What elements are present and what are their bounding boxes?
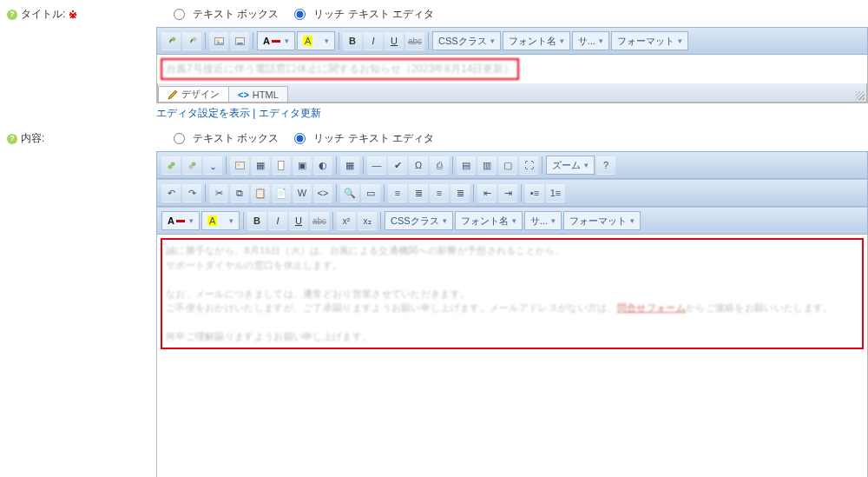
title-tab-html[interactable]: <> HTML bbox=[228, 86, 288, 102]
content-radio-rich[interactable] bbox=[294, 133, 306, 144]
content-toolbar-2: ↶ ↷ ✂ ⧉ 📋 📄 W <> 🔍 ▭ ≡ ≣ ≡ ≣ ⇤ ⇥ •≡ 1≡ bbox=[156, 179, 868, 207]
unlink-icon[interactable] bbox=[182, 31, 201, 50]
svg-rect-12 bbox=[278, 161, 284, 169]
snippet-icon[interactable]: ▥ bbox=[477, 156, 496, 175]
title-tab-design[interactable]: デザイン bbox=[158, 86, 229, 102]
font-name-dropdown[interactable]: フォント名▾ bbox=[455, 211, 523, 230]
content-label: 内容: bbox=[21, 131, 44, 146]
bg-color-dropdown[interactable]: A▾ bbox=[201, 211, 240, 230]
unlink-icon[interactable] bbox=[182, 156, 201, 175]
paste-icon[interactable]: 📋 bbox=[251, 183, 270, 202]
font-size-dropdown[interactable]: サ...▾ bbox=[524, 211, 562, 230]
title-radio-rich[interactable] bbox=[294, 9, 306, 20]
fullscreen-icon[interactable]: ⛶ bbox=[519, 156, 538, 175]
bold-button[interactable]: B bbox=[247, 211, 266, 230]
hr-icon[interactable]: — bbox=[367, 156, 386, 175]
print-icon[interactable]: ⎙ bbox=[430, 156, 449, 175]
spellcheck-icon[interactable]: ✔ bbox=[388, 156, 407, 175]
undo-icon[interactable]: ↶ bbox=[161, 183, 181, 202]
table-icon[interactable]: ▦ bbox=[340, 156, 359, 175]
required-mark: ※ bbox=[69, 9, 77, 21]
italic-button[interactable]: I bbox=[364, 31, 383, 50]
format-dropdown[interactable]: フォーマット▾ bbox=[611, 31, 688, 50]
svg-point-0 bbox=[171, 36, 175, 41]
bg-color-dropdown[interactable]: A▾ bbox=[297, 31, 335, 50]
svg-point-7 bbox=[170, 162, 174, 166]
format-dropdown[interactable]: フォーマット▾ bbox=[563, 211, 641, 230]
align-center-icon[interactable]: ≣ bbox=[409, 183, 428, 202]
file-icon[interactable] bbox=[272, 156, 291, 175]
paste-html-icon[interactable]: <> bbox=[313, 183, 332, 202]
content-editor[interactable]: 誠に勝手ながら、8月15日（火）は、台風による交通機関への影響が予想されることか… bbox=[156, 235, 868, 477]
div-icon[interactable]: ▢ bbox=[498, 156, 517, 175]
content-editor-type: テキスト ボックス リッチ テキスト エディタ bbox=[156, 128, 868, 151]
underline-button[interactable]: U bbox=[385, 31, 404, 50]
content-body-text: 誠に勝手ながら、8月15日（火）は、台風による交通機関への影響が予想されることか… bbox=[166, 243, 858, 344]
anchor-icon[interactable] bbox=[203, 156, 222, 175]
align-right-icon[interactable]: ≡ bbox=[430, 183, 449, 202]
content-toolbar-1: ▦ ▣ ◐ ▦ — ✔ Ω ⎙ ▤ ▥ ▢ ⛶ ズーム▾ ? bbox=[156, 151, 868, 179]
title-editor[interactable]: 台風7号接近に伴う電話窓口休止に関するお知らせ（2023年8月14日更新） デザ… bbox=[156, 55, 868, 103]
paste-word-icon[interactable]: W bbox=[293, 183, 312, 202]
svg-point-9 bbox=[191, 162, 195, 166]
help-icon-button[interactable]: ? bbox=[596, 156, 615, 175]
content-radio-textbox-label[interactable]: テキスト ボックス bbox=[193, 131, 279, 146]
resize-handle-icon[interactable] bbox=[856, 91, 865, 100]
svg-point-11 bbox=[237, 163, 239, 165]
underline-button[interactable]: U bbox=[289, 211, 308, 230]
link-icon[interactable] bbox=[161, 156, 181, 175]
font-name-dropdown[interactable]: フォント名▾ bbox=[503, 31, 570, 50]
svg-rect-5 bbox=[237, 43, 243, 44]
ul-icon[interactable]: •≡ bbox=[525, 183, 544, 202]
subscript-button[interactable]: x₂ bbox=[358, 211, 377, 230]
help-icon[interactable]: ? bbox=[7, 10, 17, 20]
title-editor-type: テキスト ボックス リッチ テキスト エディタ bbox=[156, 3, 868, 27]
outdent-icon[interactable]: ⇤ bbox=[477, 183, 496, 202]
title-toolbar: A▾ A▾ B I U abc CSSクラス▾ フォント名▾ サ...▾ フォー… bbox=[156, 27, 868, 55]
title-content: 台風7号接近に伴う電話窓口休止に関するお知らせ（2023年8月14日更新） bbox=[161, 58, 519, 80]
media-icon[interactable] bbox=[230, 31, 249, 50]
symbol-icon[interactable]: Ω bbox=[409, 156, 428, 175]
strike-button[interactable]: abc bbox=[405, 31, 424, 50]
ol-icon[interactable]: 1≡ bbox=[546, 183, 565, 202]
svg-rect-10 bbox=[235, 162, 244, 169]
paste-text-icon[interactable]: 📄 bbox=[272, 183, 291, 202]
title-radio-textbox-label[interactable]: テキスト ボックス bbox=[193, 7, 279, 22]
title-radio-rich-label[interactable]: リッチ テキスト エディタ bbox=[313, 7, 434, 22]
html-icon: <> bbox=[238, 89, 249, 100]
svg-point-1 bbox=[192, 36, 196, 41]
redo-icon[interactable]: ↷ bbox=[182, 183, 201, 202]
css-class-dropdown[interactable]: CSSクラス▾ bbox=[432, 31, 501, 50]
show-editor-settings-link[interactable]: エディタ設定を表示 bbox=[156, 107, 250, 119]
title-radio-textbox[interactable] bbox=[174, 9, 185, 20]
find-icon[interactable]: 🔍 bbox=[340, 183, 359, 202]
title-tabs: デザイン <> HTML bbox=[157, 83, 867, 103]
image-icon[interactable] bbox=[230, 156, 249, 175]
font-size-dropdown[interactable]: サ...▾ bbox=[572, 31, 609, 50]
cut-icon[interactable]: ✂ bbox=[209, 183, 228, 202]
image-icon[interactable] bbox=[209, 31, 228, 50]
indent-icon[interactable]: ⇥ bbox=[498, 183, 517, 202]
refresh-editor-link[interactable]: エディタ更新 bbox=[259, 107, 321, 119]
italic-button[interactable]: I bbox=[268, 211, 287, 230]
font-color-dropdown[interactable]: A▾ bbox=[257, 31, 295, 50]
align-left-icon[interactable]: ≡ bbox=[388, 183, 407, 202]
help-icon[interactable]: ? bbox=[7, 134, 17, 144]
content-radio-rich-label[interactable]: リッチ テキスト エディタ bbox=[313, 131, 434, 146]
media-icon[interactable]: ▦ bbox=[251, 156, 270, 175]
superscript-button[interactable]: x² bbox=[337, 211, 356, 230]
strike-button[interactable]: abc bbox=[310, 211, 329, 230]
selectall-icon[interactable]: ▭ bbox=[361, 183, 380, 202]
align-justify-icon[interactable]: ≣ bbox=[450, 183, 470, 202]
media2-icon[interactable]: ▣ bbox=[293, 156, 312, 175]
bold-button[interactable]: B bbox=[343, 31, 362, 50]
flash-icon[interactable]: ◐ bbox=[313, 156, 332, 175]
link-icon[interactable] bbox=[161, 31, 181, 50]
content-radio-textbox[interactable] bbox=[174, 133, 185, 144]
template-icon[interactable]: ▤ bbox=[457, 156, 476, 175]
font-color-dropdown[interactable]: A▾ bbox=[161, 211, 200, 230]
copy-icon[interactable]: ⧉ bbox=[230, 183, 249, 202]
css-class-dropdown[interactable]: CSSクラス▾ bbox=[385, 211, 453, 230]
zoom-dropdown[interactable]: ズーム▾ bbox=[546, 156, 595, 175]
pencil-icon bbox=[168, 89, 178, 100]
